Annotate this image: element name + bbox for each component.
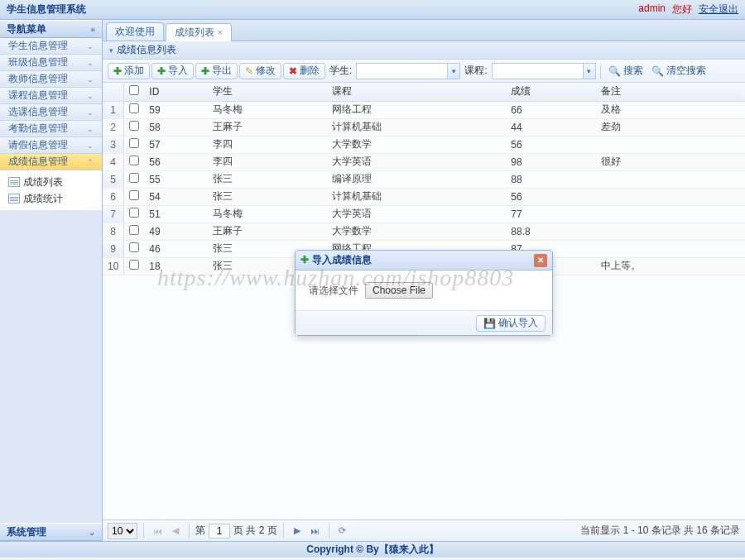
close-icon[interactable]: × (218, 28, 223, 37)
col-score[interactable]: 成绩 (506, 83, 595, 101)
tab-welcome[interactable]: 欢迎使用 (106, 22, 164, 41)
search-button[interactable]: 🔍搜索 (605, 64, 646, 78)
cell-student: 王麻子 (208, 223, 327, 240)
row-checkbox[interactable] (129, 173, 139, 183)
cell-remark (596, 170, 745, 188)
col-course[interactable]: 课程 (327, 83, 506, 101)
col-rownum (103, 83, 124, 101)
edit-button[interactable]: ✎修改 (239, 63, 281, 79)
sidebar-sub-score-stats[interactable]: 成绩统计 (0, 190, 102, 207)
row-number: 4 (103, 153, 124, 170)
row-checkbox[interactable] (129, 190, 139, 200)
cell-student: 马冬梅 (208, 101, 327, 118)
pager: 10 ⏮ ◀ 第 页 共 2 页 ▶ ⏭ ⟳ 当前显示 1 - 10 条记录 共… (103, 519, 745, 541)
collapse-icon: « (90, 25, 95, 34)
row-checkbox[interactable] (129, 242, 139, 252)
table-row[interactable]: 849王麻子大学数学88.8 (103, 223, 745, 240)
cell-id: 56 (144, 153, 207, 170)
page-number-input[interactable] (209, 524, 230, 538)
import-dialog: ✚导入成绩信息 ✕ 请选择文件 Choose File 💾确认导入 (295, 250, 553, 336)
cell-student: 张三 (208, 188, 327, 205)
sidebar-sub-score-list[interactable]: 成绩列表 (0, 174, 102, 190)
nav-menu-header[interactable]: 导航菜单 « (0, 20, 102, 38)
cell-score: 56 (506, 188, 595, 205)
page-next-button[interactable]: ▶ (290, 524, 305, 538)
row-checkbox[interactable] (129, 260, 139, 270)
col-checkbox (124, 83, 145, 101)
cell-course: 编译原理 (327, 170, 506, 188)
table-row[interactable]: 555张三编译原理88 (103, 170, 745, 188)
row-checkbox[interactable] (129, 138, 139, 148)
list-icon (8, 194, 20, 203)
app-header: 学生信息管理系统 admin 您好 安全退出 (0, 0, 745, 20)
sidebar-item-selection[interactable]: 选课信息管理⌄ (0, 104, 102, 121)
close-icon[interactable]: ✕ (534, 254, 547, 267)
sidebar-item-student[interactable]: 学生信息管理⌄ (0, 38, 102, 55)
copyright: Copyright © By【猿来入此】 (306, 543, 439, 557)
table-row[interactable]: 751马冬梅大学英语77 (103, 205, 745, 223)
cell-id: 58 (144, 118, 207, 136)
dropdown-icon[interactable]: ▾ (447, 63, 460, 79)
cell-remark: 很好 (596, 153, 745, 170)
edit-icon: ✎ (245, 65, 253, 77)
cell-course: 计算机基础 (327, 118, 506, 136)
cell-student: 李四 (208, 136, 327, 153)
delete-button[interactable]: ✖删除 (283, 63, 325, 79)
logout-link[interactable]: 安全退出 (699, 2, 738, 17)
confirm-import-button[interactable]: 💾确认导入 (476, 315, 546, 332)
sidebar: 导航菜单 « 学生信息管理⌄ 班级信息管理⌄ 教师信息管理⌄ 课程信息管理⌄ 选… (0, 20, 103, 541)
tab-score-list[interactable]: 成绩列表× (166, 23, 232, 41)
col-student[interactable]: 学生 (208, 83, 327, 101)
chevron-down-icon: ⌄ (89, 528, 95, 537)
pager-info: 当前显示 1 - 10 条记录 共 16 条记录 (580, 524, 740, 538)
student-filter-input[interactable] (356, 63, 447, 79)
tabs-bar: 欢迎使用 成绩列表× (103, 20, 745, 41)
page-first-button[interactable]: ⏮ (150, 524, 165, 538)
row-number: 3 (103, 136, 124, 153)
cell-score: 88 (506, 170, 595, 188)
table-row[interactable]: 159马冬梅网络工程66及格 (103, 101, 745, 118)
separator (600, 64, 601, 79)
page-last-button[interactable]: ⏭ (308, 524, 323, 538)
sidebar-item-class[interactable]: 班级信息管理⌄ (0, 55, 102, 71)
row-checkbox[interactable] (129, 121, 139, 131)
row-number: 1 (103, 101, 124, 118)
table-row[interactable]: 654张三计算机基础56 (103, 188, 745, 205)
cell-id: 55 (144, 170, 207, 188)
col-remark[interactable]: 备注 (596, 83, 745, 101)
sidebar-item-score[interactable]: 成绩信息管理⌃ (0, 154, 102, 170)
chevron-down-icon: ⌄ (87, 92, 94, 100)
import-button[interactable]: ✚导入 (151, 63, 194, 79)
cell-course: 网络工程 (327, 101, 506, 118)
table-row[interactable]: 357李四大学数学56 (103, 136, 745, 153)
row-checkbox[interactable] (129, 225, 139, 235)
app-title: 学生信息管理系统 (7, 2, 86, 17)
add-button[interactable]: ✚添加 (108, 63, 150, 79)
export-button[interactable]: ✚导出 (195, 63, 238, 79)
select-all-checkbox[interactable] (129, 85, 139, 95)
row-checkbox[interactable] (129, 103, 139, 113)
row-checkbox[interactable] (129, 156, 139, 165)
row-checkbox[interactable] (129, 208, 139, 218)
cell-id: 59 (144, 101, 207, 118)
table-row[interactable]: 258王麻子计算机基础44差劲 (103, 118, 745, 136)
col-id[interactable]: ID (144, 83, 207, 101)
chevron-down-icon: ⌄ (87, 141, 94, 150)
sidebar-item-course[interactable]: 课程信息管理⌄ (0, 88, 102, 104)
cell-score: 56 (506, 136, 595, 153)
table-row[interactable]: 456李四大学英语98很好 (103, 153, 745, 170)
page-prev-button[interactable]: ◀ (168, 524, 183, 538)
plus-icon: ✚ (113, 65, 122, 77)
sidebar-item-attendance[interactable]: 考勤信息管理⌄ (0, 121, 102, 137)
choose-file-button[interactable]: Choose File (365, 282, 433, 299)
course-filter-input[interactable] (492, 63, 583, 79)
system-manage-header[interactable]: 系统管理 ⌄ (0, 523, 102, 541)
dialog-title: 导入成绩信息 (312, 254, 372, 266)
dropdown-icon[interactable]: ▾ (583, 63, 596, 79)
page-size-select[interactable]: 10 (108, 523, 137, 539)
clear-search-button[interactable]: 🔍清空搜索 (648, 64, 709, 78)
page-refresh-button[interactable]: ⟳ (335, 524, 350, 538)
dialog-title-bar[interactable]: ✚导入成绩信息 ✕ (296, 251, 552, 270)
sidebar-item-leave[interactable]: 请假信息管理⌄ (0, 137, 102, 154)
sidebar-item-teacher[interactable]: 教师信息管理⌄ (0, 71, 102, 88)
